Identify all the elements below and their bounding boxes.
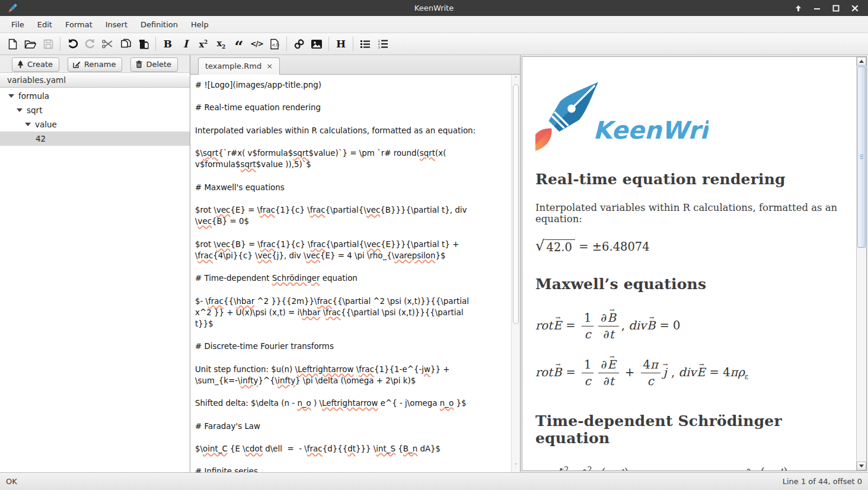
tree-expander-icon[interactable] xyxy=(25,123,31,126)
menu-format[interactable]: Format xyxy=(59,17,99,32)
editor-line[interactable]: Shifted delta: $\delta (n - n_o ) \Leftr… xyxy=(195,398,510,409)
editor-line[interactable] xyxy=(195,91,510,102)
tree-item-formula[interactable]: formula xyxy=(0,89,190,103)
editor-text[interactable]: # ![Logo](images/app-title.png) # Real-t… xyxy=(190,75,511,472)
create-button[interactable]: Create xyxy=(12,57,59,72)
editor-line[interactable]: # ![Logo](images/app-title.png) xyxy=(195,79,510,91)
scroll-down-icon[interactable]: ˇ xyxy=(512,463,520,471)
editor-line[interactable]: # Faraday's Law xyxy=(195,421,510,432)
editor-line[interactable] xyxy=(195,193,510,204)
preview-heading-schrodinger: Time-dependent Schrödinger equation xyxy=(535,412,850,447)
equation-schrodinger: − ℏ22m∂2ψ(x, t)∂x2 + U(x)ψ(x, t) = iℏ∂ψ(… xyxy=(535,465,850,470)
toolbar-separator xyxy=(286,37,287,51)
menu-help[interactable]: Help xyxy=(184,17,215,32)
editor-line[interactable]: $rot \vec{E} = \frac{1}{c} \frac{\partia… xyxy=(195,204,510,216)
editor-line[interactable] xyxy=(195,171,510,182)
editor-line[interactable] xyxy=(195,227,510,238)
editor-line[interactable]: # Maxwell's equations xyxy=(195,182,510,193)
maximize-icon[interactable] xyxy=(829,2,843,14)
heading-button[interactable]: H xyxy=(332,36,350,52)
preview-scroll-up-icon[interactable] xyxy=(857,57,866,66)
toolbar-separator xyxy=(60,37,60,51)
scroll-up-icon[interactable]: ˆ xyxy=(512,76,520,84)
editor-line[interactable]: $\sqrt{`r#x( v$formula$sqrt$value)`} = \… xyxy=(195,148,510,159)
editor-line[interactable] xyxy=(195,409,510,420)
editor-line[interactable] xyxy=(195,261,510,273)
copy-button[interactable] xyxy=(117,36,135,52)
tree-item-value[interactable]: value xyxy=(0,117,190,132)
cut-button[interactable] xyxy=(99,36,117,52)
preview-scrollbar-thumb[interactable] xyxy=(857,66,866,248)
bold-button[interactable]: B xyxy=(159,36,177,52)
redo-button[interactable] xyxy=(81,36,99,52)
editor-line[interactable]: \sum_{k=-\infty}^{\infty} \pi \delta (\o… xyxy=(195,375,510,386)
menu-insert[interactable]: Insert xyxy=(99,17,134,32)
paste-icon xyxy=(138,39,149,50)
preview-scrollbar[interactable] xyxy=(856,57,866,470)
editor-line[interactable] xyxy=(195,114,510,125)
tree-expander-icon[interactable] xyxy=(8,94,14,98)
tree-item-label: formula xyxy=(18,91,49,101)
tree-item-sqrt[interactable]: sqrt xyxy=(0,103,190,117)
editor-scrollbar-thumb[interactable] xyxy=(513,84,519,324)
new-file-button[interactable] xyxy=(4,36,21,52)
editor-line[interactable]: \vec{B} = 0$ xyxy=(195,216,510,227)
subscript-button[interactable]: x2 xyxy=(212,36,230,52)
editor-line[interactable]: Unit step function: $u(n) \Leftrightarro… xyxy=(195,364,510,375)
open-file-button[interactable] xyxy=(21,36,39,52)
insert-image-button[interactable] xyxy=(308,36,326,52)
tab-texample[interactable]: texample.Rmd × xyxy=(198,57,280,75)
undo-icon xyxy=(67,39,78,49)
insert-link-button[interactable] xyxy=(290,36,308,52)
editor-line[interactable] xyxy=(195,329,510,341)
editor-line[interactable]: Interpolated variables within R calculat… xyxy=(195,125,510,136)
code-file-icon: </> xyxy=(270,39,279,50)
editor-line[interactable] xyxy=(195,353,510,364)
undo-button[interactable] xyxy=(63,36,81,52)
editor-line[interactable] xyxy=(195,284,510,295)
editor-line[interactable] xyxy=(195,386,510,398)
editor-line[interactable]: v$formula$sqrt$value )),5)`$ xyxy=(195,159,510,170)
keenwrite-window: KeenWrite File Edit Format Insert Defini… xyxy=(0,0,868,490)
shade-window-icon[interactable] xyxy=(791,2,805,14)
editor-line[interactable]: $- \frac{{\hbar ^2 }}{{2m}}\frac{{\parti… xyxy=(195,296,510,307)
minimize-icon[interactable] xyxy=(810,2,824,14)
editor-scrollbar[interactable]: ˆ ˇ xyxy=(511,75,520,472)
rename-button[interactable]: Rename xyxy=(68,57,122,72)
preview-scroll-down-icon[interactable] xyxy=(857,462,866,470)
close-icon[interactable] xyxy=(848,2,862,14)
editor-line[interactable]: x^2 }} + U(x)\psi (x,t) = i\hbar \frac{{… xyxy=(195,307,510,318)
editor-line[interactable] xyxy=(195,432,510,443)
editor-line[interactable]: # Time-dependent Schrödinger equation xyxy=(195,273,510,284)
ordered-list-button[interactable]: 123 xyxy=(374,36,392,52)
editor-line[interactable]: $rot \vec{B} = \frac{1}{c} \frac{\partia… xyxy=(195,239,510,250)
bullet-list-button[interactable] xyxy=(356,36,374,52)
editor-line[interactable]: t}}$ xyxy=(195,318,510,329)
editor-line[interactable] xyxy=(195,136,510,148)
window-title: KeenWrite xyxy=(0,4,868,12)
editor-line[interactable]: # Infinite series xyxy=(195,466,510,472)
menu-definition[interactable]: Definition xyxy=(134,17,184,32)
variables-file-header: variables.yaml xyxy=(0,72,190,88)
menu-edit[interactable]: Edit xyxy=(31,17,59,32)
superscript-button[interactable]: x2 xyxy=(194,36,212,52)
editor-line[interactable]: \frac{4\pi}{c} \vec{j}, div \vec{E} = 4 … xyxy=(195,250,510,261)
paste-button[interactable] xyxy=(135,36,152,52)
code-block-button[interactable]: </> xyxy=(266,36,283,52)
tree-item-label: value xyxy=(35,120,57,129)
cut-scissors-icon xyxy=(102,40,114,49)
save-file-button[interactable] xyxy=(39,36,57,52)
editor-area[interactable]: # ![Logo](images/app-title.png) # Real-t… xyxy=(190,75,520,472)
inline-code-button[interactable]: </> xyxy=(248,36,266,52)
editor-line[interactable]: # Real-time equation rendering xyxy=(195,102,510,113)
tree-expander-icon[interactable] xyxy=(17,108,23,112)
editor-line[interactable] xyxy=(195,454,510,466)
tab-close-icon[interactable]: × xyxy=(266,62,273,70)
tree-item-42-selected[interactable]: 42 xyxy=(0,132,190,146)
editor-line[interactable]: # Discrete-time Fourier transforms xyxy=(195,341,510,352)
delete-button[interactable]: Delete xyxy=(130,57,178,72)
menu-file[interactable]: File xyxy=(5,17,31,32)
blockquote-button[interactable]: “ xyxy=(230,36,248,52)
editor-line[interactable]: $\oint_C {E \cdot d\ell = - \frac{d}{{dt… xyxy=(195,443,510,454)
italic-button[interactable]: I xyxy=(177,36,194,52)
